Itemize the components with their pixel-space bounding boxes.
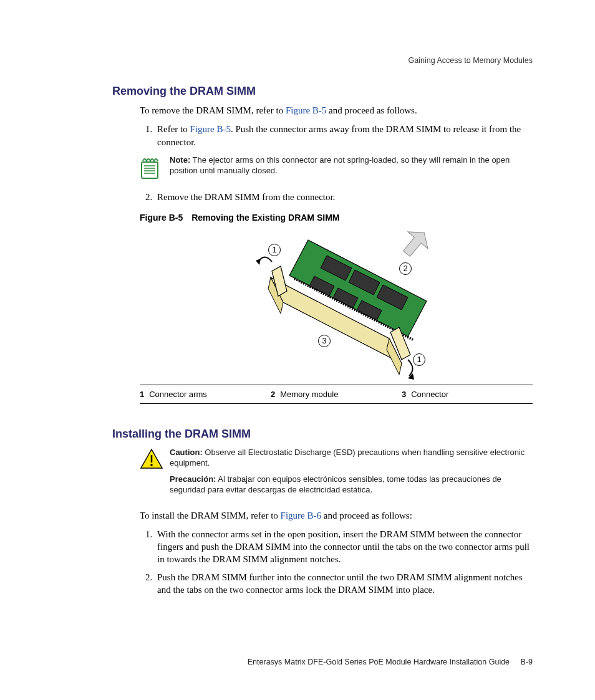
caution-body-en: Observe all Electrostatic Discharge (ESD… bbox=[170, 448, 525, 468]
step-2: Push the DRAM SIMM further into the conn… bbox=[155, 571, 533, 597]
caution-text: Caution: Observe all Electrostatic Disch… bbox=[170, 447, 533, 501]
step-1: With the connector arms set in the open … bbox=[155, 528, 533, 566]
caution-label-es: Precaución: bbox=[170, 474, 216, 484]
steps-list: Refer to Figure B-5. Push the connector … bbox=[140, 123, 533, 148]
figure-ref-link[interactable]: Figure B-6 bbox=[281, 511, 321, 520]
callout-1: 1 bbox=[268, 244, 281, 256]
svg-marker-19 bbox=[256, 259, 261, 265]
step-2: Remove the DRAM SIMM from the connector. bbox=[155, 191, 533, 203]
figure-caption: Figure B-5 Removing the Existing DRAM SI… bbox=[140, 213, 533, 223]
heading-installing-dram-simm: Installing the DRAM SIMM bbox=[112, 428, 533, 441]
text: To remove the DRAM SIMM, refer to bbox=[140, 105, 286, 115]
svg-rect-0 bbox=[142, 162, 158, 178]
legend-num: 3 bbox=[402, 390, 406, 399]
legend-item: 2Memory module bbox=[271, 390, 402, 399]
svg-point-23 bbox=[150, 464, 153, 466]
svg-marker-5 bbox=[397, 228, 434, 262]
step-1: Refer to Figure B-5. Push the connector … bbox=[155, 123, 533, 148]
page: Gaining Access to Memory Modules Removin… bbox=[0, 0, 595, 700]
figure-ref-link[interactable]: Figure B-5 bbox=[286, 105, 326, 115]
steps-list-2: With the connector arms set in the open … bbox=[140, 528, 533, 596]
note-block: Note: The ejector arms on this connector… bbox=[140, 155, 533, 184]
callout-3: 3 bbox=[318, 335, 331, 347]
legend-num: 2 bbox=[271, 390, 275, 399]
caution-block: Caution: Observe all Electrostatic Disch… bbox=[140, 447, 533, 501]
legend-text: Connector arms bbox=[149, 390, 206, 399]
legend-item: 3Connector bbox=[402, 390, 533, 399]
running-header: Gaining Access to Memory Modules bbox=[409, 56, 533, 65]
note-label: Note: bbox=[170, 155, 190, 165]
text: and proceed as follows: bbox=[321, 511, 412, 520]
intro-paragraph: To remove the DRAM SIMM, refer to Figure… bbox=[140, 104, 533, 117]
legend-text: Memory module bbox=[280, 390, 338, 399]
legend-item: 1Connector arms bbox=[140, 390, 271, 399]
text: Refer to bbox=[157, 124, 190, 134]
intro-paragraph-2: To install the DRAM SIMM, refer to Figur… bbox=[140, 509, 533, 522]
figure-ref-link[interactable]: Figure B-5 bbox=[190, 124, 230, 134]
steps-list-cont: Remove the DRAM SIMM from the connector. bbox=[140, 191, 533, 203]
note-body: The ejector arms on this connector are n… bbox=[170, 155, 510, 176]
legend-num: 1 bbox=[140, 390, 144, 399]
note-icon bbox=[140, 155, 170, 184]
caution-label: Caution: bbox=[170, 448, 203, 457]
footer-text: Enterasys Matrix DFE-Gold Series PoE Mod… bbox=[248, 658, 510, 666]
callout-2: 2 bbox=[399, 262, 412, 275]
heading-removing-dram-simm: Removing the DRAM SIMM bbox=[112, 85, 533, 98]
page-number: B-9 bbox=[521, 658, 533, 666]
figure-b5: 1 2 3 1 bbox=[140, 228, 533, 382]
caution-icon bbox=[140, 447, 170, 501]
callout-1b: 1 bbox=[413, 353, 425, 366]
legend-text: Connector bbox=[411, 390, 448, 399]
text: and proceed as follows. bbox=[326, 105, 417, 115]
text: To install the DRAM SIMM, refer to bbox=[140, 511, 281, 520]
caution-body-es: Al trabajar con equipos electrónicos sen… bbox=[170, 474, 501, 495]
note-text: Note: The ejector arms on this connector… bbox=[170, 155, 533, 184]
page-footer: Enterasys Matrix DFE-Gold Series PoE Mod… bbox=[248, 658, 533, 666]
figure-legend: 1Connector arms 2Memory module 3Connecto… bbox=[140, 385, 533, 404]
